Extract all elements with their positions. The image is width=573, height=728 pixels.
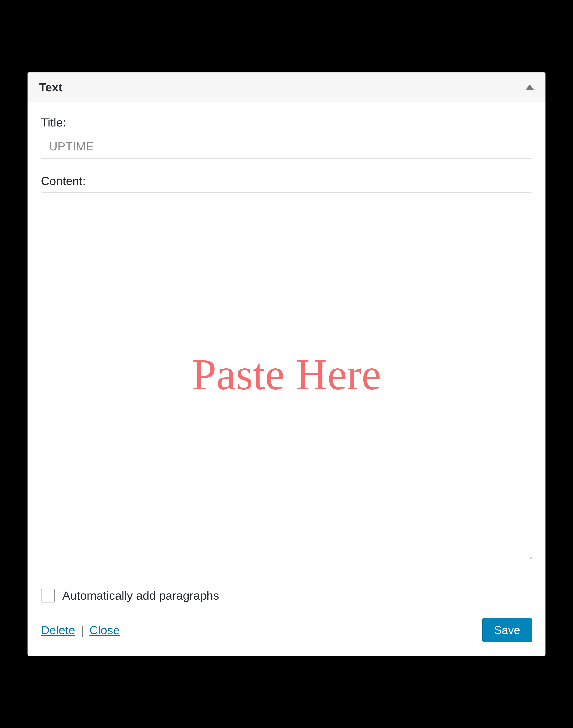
content-textarea[interactable] [41, 192, 532, 559]
link-separator: | [77, 623, 87, 637]
delete-link[interactable]: Delete [41, 623, 75, 637]
save-button[interactable]: Save [482, 618, 532, 642]
widget-footer: Delete | Close Save [41, 618, 532, 642]
title-label: Title: [41, 116, 532, 129]
footer-links: Delete | Close [41, 623, 120, 637]
widget-body: Title: Content: Paste Here Automatically… [28, 102, 545, 656]
widget-panel: Text Title: Content: Paste Here Automati… [28, 72, 545, 656]
title-input[interactable] [41, 134, 532, 159]
widget-header[interactable]: Text [28, 72, 545, 102]
auto-paragraph-row: Automatically add paragraphs [41, 589, 532, 603]
content-label: Content: [41, 174, 532, 188]
close-link[interactable]: Close [90, 623, 120, 637]
content-wrapper: Paste Here [41, 192, 532, 571]
auto-paragraph-checkbox[interactable] [41, 589, 55, 603]
chevron-up-icon [526, 85, 534, 90]
auto-paragraph-label[interactable]: Automatically add paragraphs [62, 589, 219, 602]
widget-header-title: Text [39, 80, 62, 94]
